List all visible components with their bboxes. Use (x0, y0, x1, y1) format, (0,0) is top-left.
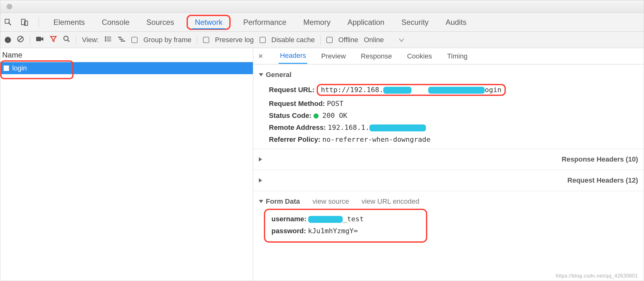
request-method-label: Request Method: (269, 100, 325, 107)
highlight-form-data: username: _test password: kJu1mhYzmgY= (264, 209, 427, 243)
offline-label: Offline (338, 36, 358, 44)
svg-rect-12 (107, 41, 111, 41)
close-detail-icon[interactable]: × (258, 51, 266, 61)
tab-audits[interactable]: Audits (441, 14, 471, 30)
tab-preview[interactable]: Preview (320, 49, 347, 63)
section-label: General (266, 71, 292, 79)
filter-icon[interactable] (50, 35, 57, 45)
status-dot-icon (314, 113, 319, 118)
camera-icon[interactable] (36, 36, 44, 44)
devtools-window: Elements Console Sources Network Perform… (0, 0, 644, 281)
disclosure-triangle-icon (259, 200, 263, 203)
section-label: Request Headers (12) (567, 176, 638, 185)
svg-rect-14 (119, 39, 123, 40)
request-name: login (12, 64, 27, 72)
tab-sources[interactable]: Sources (142, 14, 178, 30)
titlebar (0, 0, 644, 13)
username-label: username: (271, 215, 306, 223)
view-url-encoded-link[interactable]: view URL encoded (362, 197, 419, 206)
svg-rect-9 (105, 38, 106, 40)
top-tabbar: Elements Console Sources Network Perform… (0, 13, 644, 32)
close-icon[interactable] (7, 4, 12, 9)
view-source-link[interactable]: view source (313, 197, 349, 206)
waterfall-view-icon[interactable] (117, 36, 126, 44)
section-request-headers[interactable]: Request Headers (12) (258, 173, 639, 188)
row-password: password: kJu1mhYzmgY= (271, 225, 420, 237)
throttle-dropdown-icon[interactable] (399, 36, 404, 44)
section-form-data[interactable]: Form Data view source view URL encoded (258, 194, 639, 209)
redaction (428, 87, 485, 94)
redaction (308, 216, 343, 223)
group-by-frame-checkbox[interactable] (131, 37, 138, 43)
clear-icon[interactable] (17, 35, 24, 45)
divider (253, 149, 644, 149)
remote-address-value: 192.168.1. (328, 124, 369, 131)
inspect-icon[interactable] (4, 18, 12, 26)
svg-rect-8 (107, 37, 111, 37)
referrer-policy-label: Referrer Policy: (269, 135, 320, 143)
tab-console[interactable]: Console (97, 14, 134, 30)
section-general[interactable]: General (258, 68, 639, 82)
disclosure-triangle-icon (259, 157, 559, 162)
request-url-prefix: http://192.168. (321, 86, 384, 94)
request-url-suffix: ogin (485, 86, 501, 94)
device-toggle-icon[interactable] (20, 18, 29, 26)
disclosure-triangle-icon (259, 73, 263, 76)
highlight-request-url: http://192.168. ogin (317, 84, 506, 96)
password-value: kJu1mhYzmgY= (308, 227, 358, 235)
svg-rect-13 (118, 37, 121, 38)
content-split: Name login × Headers Preview Response Co… (0, 48, 644, 281)
separator (320, 35, 321, 45)
tab-elements[interactable]: Elements (49, 14, 89, 30)
list-view-icon[interactable] (104, 36, 112, 44)
tab-security[interactable]: Security (397, 14, 433, 30)
record-icon[interactable] (5, 37, 11, 43)
section-label: Form Data (266, 197, 300, 206)
svg-rect-15 (121, 41, 125, 41)
row-username: username: _test (271, 213, 420, 225)
svg-rect-7 (105, 36, 106, 38)
network-toolbar: View: Group by frame Preserve log Disabl… (0, 32, 644, 48)
svg-line-6 (68, 40, 69, 42)
svg-rect-10 (107, 39, 111, 39)
detail-tabbar: × Headers Preview Response Cookies Timin… (253, 48, 644, 64)
status-code-label: Status Code: (269, 112, 312, 119)
disable-cache-label: Disable cache (271, 36, 315, 44)
online-label[interactable]: Online (364, 36, 384, 44)
request-row-login[interactable]: login (0, 62, 253, 74)
name-column-header[interactable]: Name (0, 48, 253, 62)
row-request-method: Request Method: POST (258, 98, 639, 110)
separator (197, 35, 197, 45)
preserve-log-checkbox[interactable] (203, 37, 209, 43)
referrer-policy-value: no-referrer-when-downgrade (322, 135, 430, 143)
tab-memory[interactable]: Memory (299, 14, 335, 30)
tab-network[interactable]: Network (192, 16, 225, 29)
request-detail-panel: × Headers Preview Response Cookies Timin… (253, 48, 644, 281)
divider (253, 191, 644, 191)
disclosure-triangle-icon (259, 178, 565, 183)
username-suffix: _test (343, 215, 363, 223)
search-icon[interactable] (63, 35, 70, 45)
tab-response[interactable]: Response (360, 49, 393, 63)
group-by-frame-label: Group by frame (143, 36, 191, 44)
headers-panel: General Request URL: http://192.168. ogi… (253, 64, 644, 281)
section-response-headers[interactable]: Response Headers (10) (258, 152, 639, 167)
row-remote-address: Remote Address: 192.168.1. (258, 122, 639, 134)
tab-timing[interactable]: Timing (446, 49, 469, 63)
tab-headers[interactable]: Headers (279, 48, 307, 64)
row-referrer-policy: Referrer Policy: no-referrer-when-downgr… (258, 134, 639, 146)
separator (30, 35, 30, 45)
disable-cache-checkbox[interactable] (259, 37, 266, 43)
svg-point-5 (64, 36, 68, 41)
divider (253, 170, 644, 170)
remote-address-label: Remote Address: (269, 124, 326, 131)
separator (39, 17, 39, 28)
row-request-url: Request URL: http://192.168. ogin (258, 82, 639, 98)
offline-checkbox[interactable] (326, 37, 333, 43)
separator (76, 35, 76, 45)
tab-performance[interactable]: Performance (239, 14, 291, 30)
password-label: password: (271, 227, 306, 235)
tab-application[interactable]: Application (343, 14, 389, 30)
request-method-value: POST (327, 100, 344, 107)
tab-cookies[interactable]: Cookies (406, 49, 433, 63)
